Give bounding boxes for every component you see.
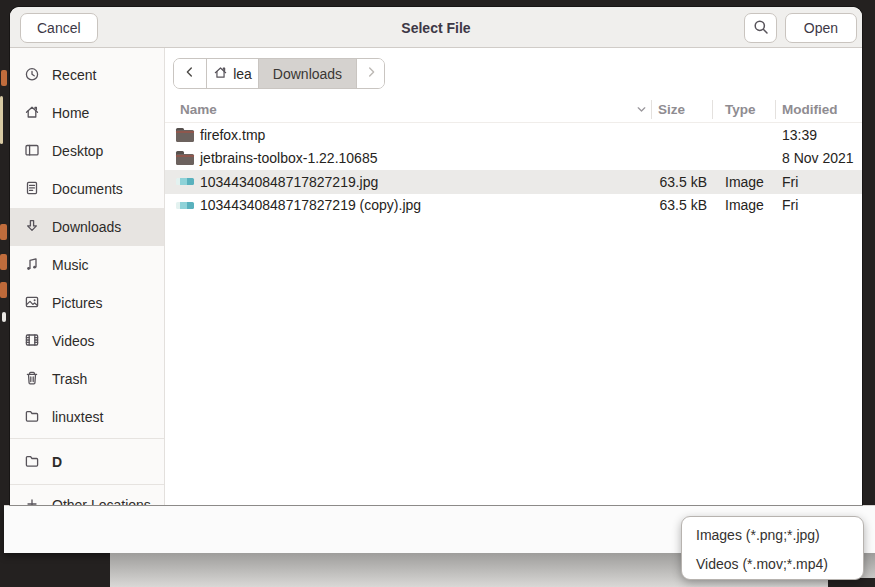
other-locations-icon — [24, 496, 40, 506]
search-button[interactable] — [744, 13, 777, 43]
sidebar-item-recent[interactable]: Recent — [10, 56, 165, 94]
folder-icon — [174, 123, 196, 147]
sidebar-item-label: Recent — [52, 67, 96, 83]
background-artifact — [2, 312, 6, 322]
background-artifact — [0, 282, 7, 298]
background-artifact — [0, 96, 3, 144]
file-row-jpg-copy[interactable]: 10344340848717827219 (copy).jpg 63.5 kB … — [165, 194, 862, 218]
videos-icon — [24, 332, 40, 351]
sidebar-separator — [10, 484, 165, 485]
file-modified: Fri — [782, 194, 798, 218]
file-type: Image — [725, 170, 764, 194]
folder-icon — [24, 453, 40, 472]
sidebar-item-label: Trash — [52, 371, 87, 387]
column-header-size[interactable]: Size — [658, 96, 685, 123]
column-divider — [651, 100, 652, 119]
column-divider — [775, 100, 776, 119]
documents-icon — [24, 180, 40, 199]
screen: Select File Cancel Open Recent — [0, 0, 875, 587]
open-button[interactable]: Open — [785, 13, 857, 43]
column-divider — [712, 100, 713, 119]
file-size — [655, 147, 707, 171]
file-modified: 13:39 — [782, 123, 817, 147]
file-row-firefox-tmp[interactable]: firefox.tmp 13:39 — [165, 123, 862, 147]
sidebar-item-label: Pictures — [52, 295, 103, 311]
sidebar-item-label: Other Locations — [52, 497, 151, 505]
music-icon — [24, 256, 40, 275]
file-size: 63.5 kB — [655, 170, 707, 194]
sidebar-item-music[interactable]: Music — [10, 246, 165, 284]
dialog-body: Recent Home Desktop — [10, 48, 862, 505]
file-size: 63.5 kB — [655, 194, 707, 218]
sidebar-separator — [10, 438, 165, 439]
column-header-type[interactable]: Type — [725, 96, 756, 123]
sidebar-item-videos[interactable]: Videos — [10, 322, 165, 360]
pathbar-segment-label: Downloads — [273, 66, 342, 82]
column-header-name[interactable]: Name — [180, 96, 217, 123]
back-button[interactable] — [174, 59, 207, 88]
dialog-title: Select File — [10, 7, 862, 48]
file-browser: lea Downloads Name — [165, 48, 862, 505]
sidebar-item-pictures[interactable]: Pictures — [10, 284, 165, 322]
file-modified: 8 Nov 2021 — [782, 147, 854, 171]
sidebar-item-label: Desktop — [52, 143, 103, 159]
folder-icon — [174, 147, 196, 171]
trash-icon — [24, 370, 40, 389]
home-icon — [24, 104, 40, 123]
file-size — [655, 123, 707, 147]
file-chooser-dialog: Select File Cancel Open Recent — [10, 7, 862, 505]
sidebar-item-trash[interactable]: Trash — [10, 360, 165, 398]
pathbar-segment-label: lea — [233, 66, 252, 82]
sidebar-item-label: Videos — [52, 333, 95, 349]
recent-clock-icon — [24, 66, 40, 85]
file-name: firefox.tmp — [200, 123, 265, 147]
sort-chevron-down-icon[interactable] — [635, 103, 648, 119]
sidebar-item-label: linuxtest — [52, 409, 103, 425]
pathbar: lea Downloads — [173, 58, 385, 89]
background-artifact — [0, 254, 7, 270]
background-artifact — [1, 70, 7, 86]
background-artifact — [0, 224, 7, 240]
search-icon — [753, 19, 769, 38]
desktop-icon — [24, 142, 40, 161]
file-row-jetbrains-toolbox[interactable]: jetbrains-toolbox-1.22.10685 8 Nov 2021 — [165, 147, 862, 171]
sidebar-item-desktop[interactable]: Desktop — [10, 132, 165, 170]
chevron-right-icon — [364, 65, 378, 82]
sidebar-item-linuxtest[interactable]: linuxtest — [10, 398, 165, 436]
file-row-jpg-selected[interactable]: 10344340848717827219.jpg 63.5 kB Image F… — [165, 170, 862, 194]
cancel-button[interactable]: Cancel — [20, 13, 98, 43]
file-type: Image — [725, 194, 764, 218]
column-header-modified[interactable]: Modified — [782, 96, 838, 123]
sidebar-item-downloads[interactable]: Downloads — [10, 208, 165, 246]
file-type-filter-popup: Images (*.png;*.jpg) Videos (*.mov;*.mp4… — [681, 516, 864, 580]
file-name: 10344340848717827219 (copy).jpg — [200, 194, 421, 218]
image-icon — [174, 170, 196, 194]
file-name: 10344340848717827219.jpg — [200, 170, 378, 194]
pictures-icon — [24, 294, 40, 313]
pathbar-segment-home[interactable]: lea — [207, 59, 259, 88]
chevron-left-icon — [183, 65, 197, 82]
file-modified: Fri — [782, 170, 798, 194]
filter-option-videos[interactable]: Videos (*.mov;*.mp4) — [682, 549, 863, 578]
sidebar-item-other-locations[interactable]: Other Locations — [10, 486, 165, 505]
sidebar-item-documents[interactable]: Documents — [10, 170, 165, 208]
sidebar-item-label: Documents — [52, 181, 123, 197]
sidebar-item-label: D — [52, 454, 62, 470]
sidebar-item-label: Music — [52, 257, 89, 273]
image-icon — [174, 194, 196, 218]
sidebar-item-home[interactable]: Home — [10, 94, 165, 132]
sidebar-item-label: Downloads — [52, 219, 121, 235]
downloads-icon — [24, 218, 40, 237]
forward-button[interactable] — [357, 59, 384, 88]
places-sidebar: Recent Home Desktop — [10, 48, 165, 505]
folder-icon — [24, 408, 40, 427]
pathbar-segment-current[interactable]: Downloads — [259, 59, 357, 88]
filter-option-images[interactable]: Images (*.png;*.jpg) — [682, 520, 863, 549]
list-column-headers: Name Size Type Modified — [165, 96, 862, 123]
sidebar-item-label: Home — [52, 105, 89, 121]
file-name: jetbrains-toolbox-1.22.10685 — [200, 147, 377, 171]
home-icon — [213, 65, 228, 83]
sidebar-item-d[interactable]: D — [10, 443, 165, 481]
headerbar: Select File Cancel Open — [10, 7, 862, 48]
